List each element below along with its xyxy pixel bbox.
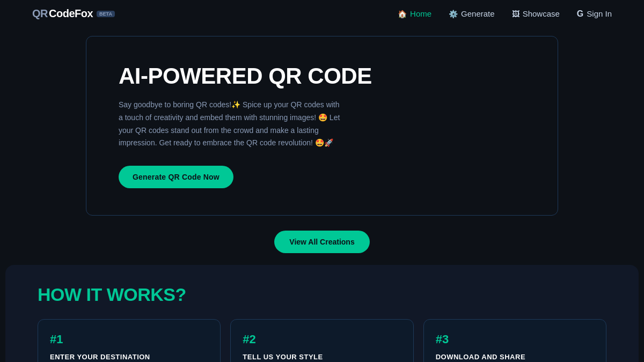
how-it-works-title: HOW IT WORKS? <box>38 284 606 305</box>
hero-description: Say goodbye to boring QR codes!✨ Spice u… <box>119 99 344 150</box>
navbar: QR CodeFox Beta 🏠 Home ⚙️ Generate 🖼 Sho… <box>0 0 644 27</box>
step-number-2: #2 <box>243 333 401 346</box>
logo-beta: Beta <box>97 11 115 17</box>
step-label-1: ENTER YOUR DESTINATION <box>50 353 208 361</box>
nav-link-signin[interactable]: G Sign In <box>577 9 612 19</box>
showcase-icon: 🖼 <box>512 10 519 18</box>
home-icon: 🏠 <box>398 10 407 18</box>
google-icon: G <box>577 9 583 19</box>
nav-links: 🏠 Home ⚙️ Generate 🖼 Showcase G Sign In <box>398 9 612 19</box>
steps-grid: #1 ENTER YOUR DESTINATION #2 TELL US YOU… <box>38 319 606 362</box>
nav-link-home[interactable]: 🏠 Home <box>398 9 431 18</box>
nav-link-showcase[interactable]: 🖼 Showcase <box>512 9 560 18</box>
how-it-works-section: HOW IT WORKS? #1 ENTER YOUR DESTINATION … <box>5 265 639 362</box>
gear-icon: ⚙️ <box>449 10 458 18</box>
hero-card: AI-POWERED QR CODE Say goodbye to boring… <box>86 36 558 216</box>
logo-codefox: CodeFox <box>49 8 93 20</box>
nav-label-home: Home <box>410 9 431 18</box>
step-label-2: TELL US YOUR STYLE <box>243 353 401 361</box>
nav-link-generate[interactable]: ⚙️ Generate <box>449 9 495 18</box>
nav-label-signin: Sign In <box>587 9 612 18</box>
step-card-3: #3 DOWNLOAD AND SHARE <box>423 319 606 362</box>
step-number-1: #1 <box>50 333 208 346</box>
hero-section: AI-POWERED QR CODE Say goodbye to boring… <box>0 27 644 216</box>
step-card-2: #2 TELL US YOUR STYLE <box>230 319 413 362</box>
step-label-3: DOWNLOAD AND SHARE <box>436 353 594 361</box>
generate-qr-button[interactable]: Generate QR Code Now <box>119 166 233 188</box>
nav-label-showcase: Showcase <box>523 9 560 18</box>
nav-label-generate: Generate <box>461 9 495 18</box>
view-all-button[interactable]: View All Creations <box>274 231 369 253</box>
view-all-section: View All Creations <box>0 216 644 265</box>
logo: QR CodeFox Beta <box>32 8 115 20</box>
hero-title: AI-POWERED QR CODE <box>119 63 525 89</box>
logo-qr: QR <box>32 8 48 20</box>
step-card-1: #1 ENTER YOUR DESTINATION <box>38 319 221 362</box>
step-number-3: #3 <box>436 333 594 346</box>
